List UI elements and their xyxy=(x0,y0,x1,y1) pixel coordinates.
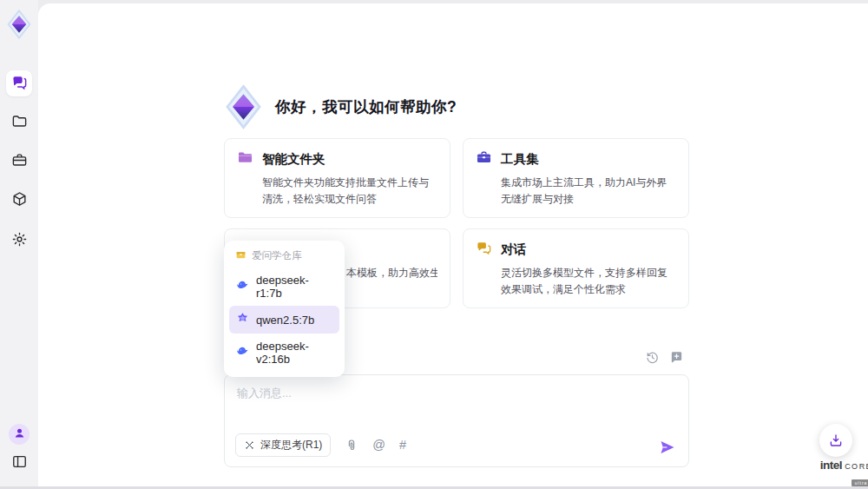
folder-icon xyxy=(11,113,28,133)
model-option-label: qwen2.5:7b xyxy=(256,314,314,327)
card-desc: 灵活切换多模型文件，支持多样回复效果调试，满足个性化需求 xyxy=(501,265,676,297)
user-avatar[interactable] xyxy=(9,424,30,445)
card-desc: 智能文件夹功能支持批量文件上传与清洗，轻松实现文件问答 xyxy=(262,175,437,207)
model-dropdown: 爱问学仓库 deepseek-r1:7b qwen2.5:7b deepseek… xyxy=(224,241,345,377)
mention-button[interactable]: @ xyxy=(372,439,385,452)
model-option-qwen[interactable]: qwen2.5:7b xyxy=(229,306,339,334)
composer: 深度思考(R1) @ # xyxy=(224,374,689,467)
deep-think-toggle[interactable]: 深度思考(R1) xyxy=(235,433,331,457)
sidebar-item-folders[interactable] xyxy=(6,109,32,135)
brand-diamond-icon xyxy=(224,83,263,130)
ultra-badge: ultra xyxy=(852,479,868,486)
message-input[interactable] xyxy=(228,379,680,424)
intel-core-logo: intelcore ultra xyxy=(807,457,868,488)
sidebar-collapse-button[interactable] xyxy=(6,450,32,476)
card-title: 工具集 xyxy=(501,151,539,168)
card-title: 对话 xyxy=(501,241,526,258)
send-button[interactable] xyxy=(659,439,676,456)
model-option-label: deepseek-v2:16b xyxy=(256,340,332,366)
greeting-title: 你好，我可以如何帮助你? xyxy=(275,96,457,117)
sidebar-item-toolbox[interactable] xyxy=(6,149,32,175)
card-desc: 本模板，助力高效生成多 xyxy=(346,265,437,281)
paperclip-icon xyxy=(345,439,358,453)
attach-file-button[interactable] xyxy=(345,439,358,453)
history-button[interactable] xyxy=(645,350,660,365)
briefcase-icon xyxy=(11,152,28,172)
repo-icon xyxy=(235,249,247,262)
card-desc: 集成市场上主流工具，助力AI与外界无缝扩展与对接 xyxy=(501,175,676,207)
composer-tools: 深度思考(R1) @ # xyxy=(235,433,406,457)
send-icon xyxy=(659,439,676,456)
app-window: { "greeting": { "title": "你好，我可以如何帮助你?" … xyxy=(0,0,868,489)
user-icon xyxy=(13,426,26,443)
download-icon xyxy=(828,433,844,448)
history-icon xyxy=(645,350,660,365)
sidebar-item-models[interactable] xyxy=(6,188,32,214)
card-title: 智能文件夹 xyxy=(262,151,326,168)
core-wordmark: core xyxy=(845,459,868,472)
deepseek-icon xyxy=(236,345,249,360)
sidebar-item-chat[interactable] xyxy=(6,70,32,96)
card-toolset[interactable]: 工具集 集成市场上主流工具，助力AI与外界无缝扩展与对接 xyxy=(463,138,689,218)
main-content: 你好，我可以如何帮助你? 智能文件夹 智能文件夹功能支持批量文件上传与清洗，轻松… xyxy=(38,3,868,486)
smart-folder-icon xyxy=(237,149,253,169)
sidebar-item-settings[interactable] xyxy=(6,228,32,254)
model-option-deepseek-v2[interactable]: deepseek-v2:16b xyxy=(229,334,339,372)
sidebar xyxy=(0,0,38,486)
model-option-deepseek-r1[interactable]: deepseek-r1:7b xyxy=(229,268,339,306)
model-repo-group: 爱问学仓库 xyxy=(229,246,339,268)
chat-icon xyxy=(11,74,28,94)
dialog-icon xyxy=(476,240,492,260)
new-chat-button[interactable] xyxy=(669,350,684,365)
card-smart-folder[interactable]: 智能文件夹 智能文件夹功能支持批量文件上传与清洗，轻松实现文件问答 xyxy=(224,138,450,218)
deepseek-icon xyxy=(236,279,249,294)
download-fab[interactable] xyxy=(819,424,852,457)
tag-button[interactable]: # xyxy=(399,439,406,452)
deep-think-label: 深度思考(R1) xyxy=(260,438,322,453)
gear-icon xyxy=(11,231,28,251)
panel-toggle-icon xyxy=(11,453,28,473)
cube-icon xyxy=(11,191,28,211)
app-logo-icon xyxy=(6,9,32,40)
qwen-icon xyxy=(236,312,249,327)
card-dialog[interactable]: 对话 灵活切换多模型文件，支持多样回复效果调试，满足个性化需求 xyxy=(463,228,689,308)
toolset-icon xyxy=(476,149,492,169)
new-chat-icon xyxy=(669,350,684,365)
intel-wordmark: intel xyxy=(820,459,842,472)
model-option-label: deepseek-r1:7b xyxy=(256,274,332,300)
welcome-header: 你好，我可以如何帮助你? xyxy=(224,83,457,130)
repo-label: 爱问学仓库 xyxy=(252,249,302,262)
deep-think-icon xyxy=(244,439,255,451)
